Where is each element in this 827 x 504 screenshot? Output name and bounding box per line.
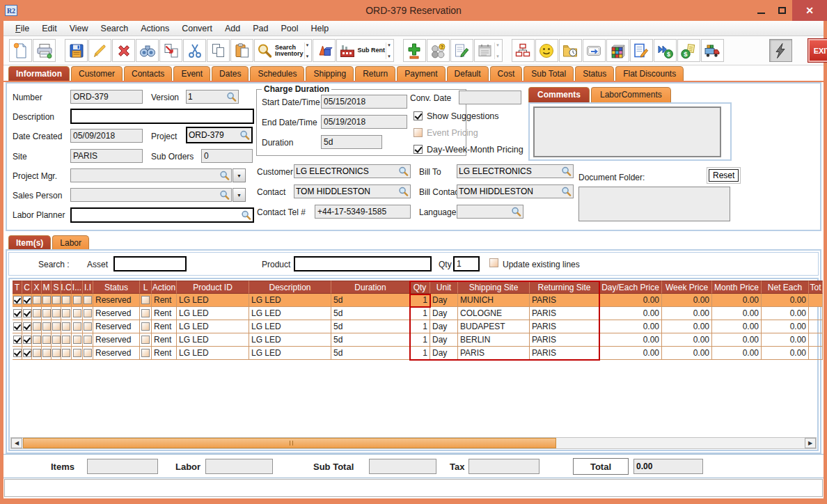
shapes-button[interactable]	[313, 39, 336, 62]
delivery-button[interactable]	[701, 39, 724, 62]
grid-row[interactable]: ReservedRentLG LEDLG LED5d1DayBERLINPARI…	[13, 333, 823, 347]
date-created-field[interactable]	[70, 129, 143, 143]
grid-column-header[interactable]: L	[140, 281, 152, 294]
grid-column-header[interactable]: Status	[93, 281, 140, 294]
grid-checkbox[interactable]	[84, 336, 92, 344]
notes-button[interactable]	[450, 39, 473, 62]
sales-person-dropdown-button[interactable]: ▼	[233, 188, 246, 202]
number-field[interactable]	[70, 90, 143, 104]
option-checkbox[interactable]	[414, 111, 423, 120]
grid-column-header[interactable]: S	[52, 281, 61, 294]
grid-checkbox[interactable]	[62, 349, 70, 357]
grid-checkbox[interactable]	[42, 296, 51, 304]
grid-checkbox[interactable]	[13, 349, 22, 357]
grid-checkbox[interactable]	[62, 309, 70, 317]
exit-button[interactable]: EXIT	[808, 39, 827, 62]
grid-checkbox[interactable]	[52, 309, 61, 317]
language-field[interactable]	[457, 205, 511, 218]
grid-checkbox[interactable]	[13, 309, 22, 317]
grid-column-header[interactable]: Week Price	[662, 281, 712, 294]
grid-column-header[interactable]: M	[42, 281, 52, 294]
search-inventory-dropdown-icon[interactable]: ▼▼	[304, 42, 310, 59]
menu-item[interactable]: Add	[219, 22, 246, 35]
grid-row[interactable]: ReservedRentLG LEDLG LED5d1DayPARISPARIS…	[13, 347, 823, 360]
grid-checkbox[interactable]	[23, 336, 31, 344]
grid-column-header[interactable]: Action	[152, 281, 177, 294]
product-search-input[interactable]	[294, 256, 432, 271]
grid-checkbox[interactable]	[33, 322, 41, 331]
main-tab[interactable]: Customer	[71, 66, 123, 81]
menu-item[interactable]: Search	[95, 22, 135, 35]
grid-checkbox[interactable]	[141, 336, 150, 344]
grid-checkbox[interactable]	[84, 349, 92, 357]
project-field[interactable]	[187, 128, 239, 142]
minimize-button[interactable]	[750, 0, 771, 21]
history-folder-button[interactable]	[559, 39, 582, 62]
main-tab[interactable]: Event	[173, 66, 210, 81]
comments-textarea[interactable]	[533, 107, 721, 157]
edit-notes-button[interactable]	[630, 39, 653, 62]
duration-field[interactable]	[321, 135, 382, 149]
sub-orders-field[interactable]	[201, 149, 253, 163]
contact-button[interactable]	[535, 39, 558, 62]
grid-checkbox[interactable]	[13, 322, 22, 331]
grid-column-header[interactable]: Day/Each Price	[599, 281, 662, 294]
grid-column-header[interactable]: Qty	[410, 281, 430, 294]
reset-button[interactable]: Reset	[709, 169, 739, 182]
maximize-button[interactable]	[771, 0, 792, 21]
grid-checkbox[interactable]	[84, 322, 92, 331]
main-tab[interactable]: Cost	[490, 66, 523, 81]
main-tab[interactable]: Payment	[397, 66, 445, 81]
menu-item[interactable]: File	[9, 22, 36, 35]
menu-item[interactable]: Edit	[36, 22, 63, 35]
grid-column-header[interactable]: T	[13, 281, 22, 294]
grid-column-header[interactable]: C	[22, 281, 32, 294]
menu-item[interactable]: Actions	[134, 22, 175, 35]
new-document-button[interactable]	[9, 39, 32, 62]
grid-column-header[interactable]: I...	[72, 281, 83, 294]
grid-checkbox[interactable]	[13, 336, 22, 344]
transfer-button[interactable]	[159, 39, 182, 62]
copy-button[interactable]	[207, 39, 230, 62]
menu-item[interactable]: Convert	[175, 22, 219, 35]
quick-action-button[interactable]	[769, 39, 792, 62]
grid-column-header[interactable]: Returning Site	[530, 281, 599, 294]
grid-checkbox[interactable]	[141, 349, 150, 357]
find-button[interactable]	[136, 39, 159, 62]
grid-checkbox[interactable]	[73, 296, 81, 304]
option-checkbox[interactable]	[414, 128, 423, 137]
grid-checkbox[interactable]	[33, 296, 41, 304]
menu-item[interactable]: View	[63, 22, 95, 35]
grid-checkbox[interactable]	[52, 349, 61, 357]
labor-total-field[interactable]	[205, 459, 273, 474]
optimize-button[interactable]: ?	[427, 39, 450, 62]
option-checkbox[interactable]	[414, 145, 423, 154]
main-tab[interactable]: Information	[8, 66, 70, 81]
add-line-button[interactable]	[403, 39, 426, 62]
main-tab[interactable]: Sub Total	[523, 66, 574, 81]
grid-checkbox[interactable]	[23, 296, 31, 304]
start-date-field[interactable]	[321, 95, 407, 109]
scroll-left-arrow[interactable]: ◀	[11, 438, 22, 448]
description-field[interactable]	[70, 109, 254, 124]
sales-person-lookup-icon[interactable]	[219, 190, 230, 200]
grid-checkbox[interactable]	[73, 309, 81, 317]
language-lookup-icon[interactable]	[511, 207, 522, 217]
items-tab[interactable]: Item(s)	[8, 235, 51, 249]
main-tab[interactable]: Schedules	[250, 66, 304, 81]
grid-checkbox[interactable]	[42, 322, 51, 331]
scrollbar-thumb[interactable]	[23, 438, 556, 448]
grid-checkbox[interactable]	[42, 309, 51, 317]
grid-column-header[interactable]: Duration	[331, 281, 410, 294]
scrollbar-track[interactable]	[22, 438, 805, 448]
sales-person-field[interactable]	[71, 189, 219, 201]
grid-checkbox[interactable]	[42, 336, 51, 344]
save-button[interactable]	[65, 39, 88, 62]
contact-field[interactable]	[294, 185, 398, 198]
grid-checkbox[interactable]	[33, 349, 41, 357]
project-mgr-dropdown-button[interactable]: ▼	[233, 168, 246, 182]
bill-to-lookup-icon[interactable]	[561, 166, 572, 177]
items-tab[interactable]: Labor	[52, 235, 89, 249]
grid-column-header[interactable]: Net Each	[762, 281, 809, 294]
main-tab[interactable]: Flat Discounts	[615, 66, 684, 81]
